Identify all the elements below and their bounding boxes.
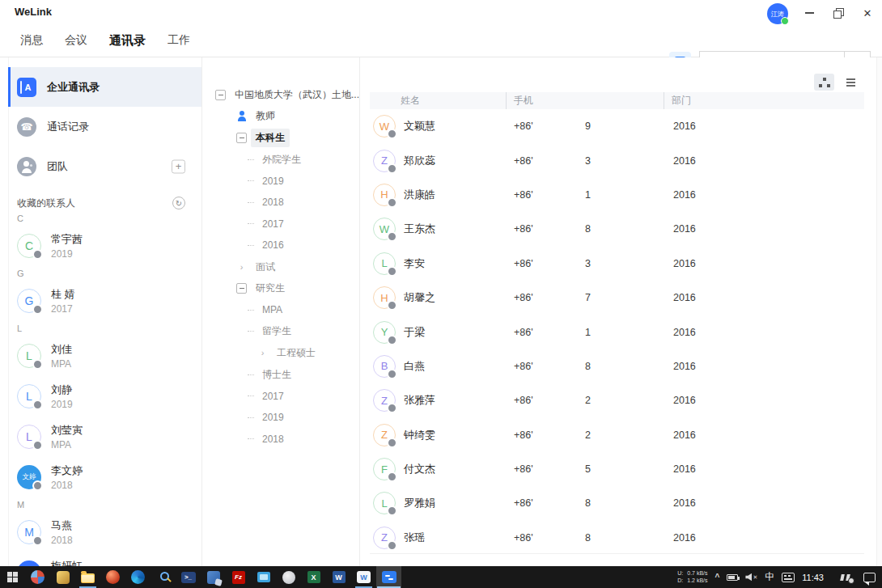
add-team-button[interactable]: +	[172, 159, 185, 173]
table-row[interactable]: W 文颖慧 +86' 9 2016	[370, 109, 864, 143]
collapse-icon[interactable]	[236, 133, 247, 143]
taskbar-icon-app-red[interactable]	[100, 566, 125, 588]
taskbar-icon-photos[interactable]	[251, 566, 276, 588]
contact-subtitle: 2019	[51, 399, 73, 410]
chevron-right-icon[interactable]	[236, 262, 247, 272]
nav-tab[interactable]: 会议	[65, 33, 87, 48]
table-row[interactable]: B 白燕 +86' 8 2016	[370, 349, 864, 383]
contact-list-item[interactable]: L 刘静 2019	[8, 376, 201, 417]
taskbar-icon-app-gold[interactable]	[50, 566, 75, 588]
table-row[interactable]: Y 于梁 +86' 1 2016	[370, 315, 864, 349]
close-icon[interactable]: ✕	[858, 6, 877, 19]
sidebar-item-call-history[interactable]: 通话记录	[8, 107, 201, 146]
taskbar-icon-edge[interactable]	[125, 566, 151, 588]
member-department: 2016	[673, 121, 696, 132]
taskbar-icon-search[interactable]	[151, 566, 176, 588]
restore-icon[interactable]	[829, 6, 848, 19]
ime-indicator[interactable]: 中	[765, 570, 774, 584]
app-title: WeLink	[15, 6, 52, 18]
contact-list-item[interactable]: L 刘佳 MPA	[8, 336, 201, 376]
battery-icon[interactable]	[727, 574, 738, 581]
taskbar-icon-app-blue-tool[interactable]	[201, 566, 226, 588]
taskbar-icon-welink[interactable]	[376, 566, 401, 588]
muted-device-icon[interactable]	[839, 573, 853, 582]
touch-keyboard-icon[interactable]	[782, 573, 795, 582]
member-phone-digit: 9	[585, 121, 591, 132]
tree-node[interactable]: 外院学生	[202, 149, 359, 171]
tree-node-label: 留学生	[257, 322, 296, 341]
tree-node[interactable]: 2019	[202, 170, 359, 192]
tree-node[interactable]: 2018	[202, 192, 359, 214]
taskbar-icon-start[interactable]	[0, 566, 25, 588]
contact-list-item[interactable]: G 桂 婧 2017	[8, 281, 201, 321]
welink-window: WeLink 江涛 ✕ 消息 会议 通讯录 工作	[0, 0, 882, 588]
tree-node[interactable]: 中国地质大学（武汉）土地...	[202, 84, 359, 106]
sidebar-item-corporate-directory[interactable]: 企业通讯录	[8, 67, 201, 107]
action-center-icon[interactable]	[863, 573, 876, 582]
clock[interactable]: 11:43	[802, 573, 824, 582]
contact-list-item[interactable]: 文婷 李文婷 2018	[8, 457, 201, 497]
table-row[interactable]: Z 钟绮雯 +86' 2 2016	[370, 418, 864, 452]
tree-node[interactable]: 教师	[202, 106, 359, 128]
collapse-icon[interactable]	[215, 90, 226, 100]
contact-list-item[interactable]: 妍虹 梅妍虹 2018	[8, 552, 201, 566]
table-row[interactable]: L 罗雅娟 +86' 8 2016	[370, 486, 864, 520]
list-view-icon[interactable]	[841, 74, 861, 91]
refresh-icon[interactable]	[172, 197, 185, 209]
tree-node[interactable]: 留学生	[202, 321, 359, 343]
contact-list-item[interactable]: L 刘莹寅 MPA	[8, 417, 201, 457]
table-row[interactable]: Z 张瑶 +86' 8 2016	[370, 521, 864, 555]
taskbar-icon-filezilla[interactable]: Fz	[226, 566, 251, 588]
table-row[interactable]: F 付文杰 +86' 5 2016	[370, 452, 864, 486]
tree-node[interactable]: 本科生	[202, 127, 359, 149]
tree-node[interactable]: 2018	[202, 429, 359, 451]
hidden-icons-chevron[interactable]: ^	[715, 573, 720, 582]
taskbar-icon-powershell[interactable]: >_	[176, 566, 201, 588]
user-avatar[interactable]: 江涛	[767, 3, 788, 24]
taskbar-icon-app-swirl[interactable]	[25, 566, 50, 588]
member-phone-digit: 7	[585, 292, 591, 303]
speaker-muted-icon[interactable]	[745, 573, 757, 582]
tree-node[interactable]: 研究生	[202, 277, 359, 299]
contact-list-item[interactable]: M 马燕 2018	[8, 512, 201, 552]
tree-node[interactable]: 博士生	[202, 364, 359, 386]
tree-node[interactable]: MPA	[202, 299, 359, 321]
scrollbar-track[interactable]	[876, 57, 882, 566]
tree-node[interactable]: 2016	[202, 235, 359, 256]
view-toggles	[814, 74, 861, 91]
table-row[interactable]: H 胡馨之 +86' 7 2016	[370, 281, 864, 315]
taskbar-icon-file-explorer[interactable]	[75, 566, 100, 588]
table-row[interactable]: Z 张雅萍 +86' 2 2016	[370, 383, 864, 417]
tree-node[interactable]: 2019	[202, 407, 359, 429]
network-speed-indicator[interactable]: U: 0.7 kB/s D: 1.2 kB/s	[677, 570, 707, 584]
member-phone-prefix: +86'	[514, 327, 533, 338]
nav-tab[interactable]: 工作	[167, 33, 190, 48]
taskbar-icon-excel[interactable]: X	[301, 566, 326, 588]
taskbar-icon-app-white[interactable]: W	[351, 566, 376, 588]
member-name: 郑欣蕊	[404, 154, 435, 168]
tree-node[interactable]: 面试	[202, 256, 359, 278]
app-glyph: X	[307, 571, 320, 583]
tree-connector	[248, 310, 254, 311]
taskbar-icon-app-gray[interactable]	[276, 566, 301, 588]
nav-tab[interactable]: 消息	[20, 33, 43, 48]
member-avatar: W	[373, 218, 396, 240]
org-view-icon[interactable]	[814, 74, 834, 91]
nav-tab[interactable]: 通讯录	[109, 33, 146, 49]
tree-node[interactable]: 2017	[202, 385, 359, 407]
member-phone-prefix: +86'	[514, 121, 533, 132]
contact-list-item[interactable]: C 常宇茜 2019	[8, 226, 201, 266]
sidebar-item-teams[interactable]: 团队 +	[8, 146, 201, 186]
table-row[interactable]: L 李安 +86' 3 2016	[370, 247, 864, 281]
chevron-right-icon[interactable]	[257, 348, 268, 357]
minimize-icon[interactable]	[799, 6, 819, 19]
collapse-icon[interactable]	[236, 283, 247, 294]
org-tree-panel: 中国地质大学（武汉）土地... 教师 本科生	[202, 57, 360, 566]
tree-node[interactable]: 工程硕士	[202, 342, 359, 364]
app-glyph	[31, 570, 45, 584]
table-row[interactable]: W 王东杰 +86' 8 2016	[370, 212, 864, 246]
taskbar-icon-word[interactable]: W	[326, 566, 351, 588]
table-row[interactable]: H 洪康皓 +86' 1 2016	[370, 178, 864, 212]
tree-node[interactable]: 2017	[202, 214, 359, 235]
table-row[interactable]: Z 郑欣蕊 +86' 3 2016	[370, 143, 864, 177]
